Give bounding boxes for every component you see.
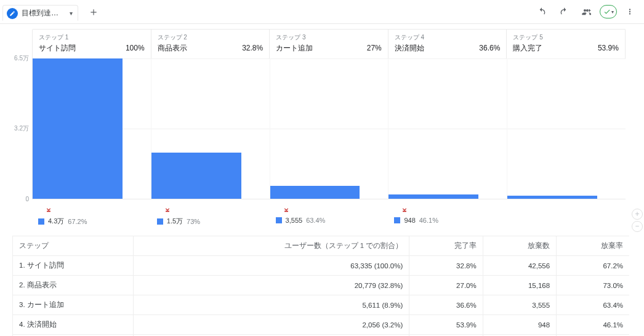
dropoff-count: 1.5万 (167, 217, 183, 226)
cell-completion: 32.8% (409, 256, 483, 276)
y-axis-tick: 0 (9, 196, 29, 202)
redo-button[interactable] (555, 4, 573, 19)
step-name: 商品表示 (158, 43, 187, 54)
dropoff-count: 4.3万 (48, 217, 64, 226)
cell-abandon-pct: 63.4% (557, 295, 629, 315)
y-axis-tick: 3.2万 (9, 124, 29, 133)
dropoff-pct: 67.2% (68, 218, 87, 225)
share-button[interactable] (578, 4, 595, 19)
series-color-swatch (394, 217, 400, 223)
cell-abandon-cnt: 3,555 (483, 295, 556, 315)
cell-users: 5,611 (8.9%) (134, 295, 409, 315)
step-conversion-pct: 36.6% (479, 44, 500, 52)
funnel-dropoff-cell: 4.3万67.2% (32, 199, 151, 233)
cell-users: 63,335 (100.0%) (134, 256, 409, 276)
col-users[interactable]: ユーザー数（ステップ 1 での割合） (134, 236, 409, 256)
dropoff-arrow-icon (400, 203, 409, 214)
funnel-step-header[interactable]: ステップ 2商品表示32.8% (151, 30, 270, 58)
step-conversion-pct: 27% (367, 44, 382, 52)
step-number: ステップ 5 (513, 33, 619, 42)
funnel-step-header[interactable]: ステップ 4決済開始36.6% (388, 30, 507, 58)
funnel-bar[interactable] (151, 153, 241, 199)
undo-button[interactable] (533, 4, 550, 19)
step-conversion-pct: 32.8% (242, 44, 263, 52)
more-menu-button[interactable] (622, 5, 638, 18)
funnel-steps-header: ステップ 1サイト訪問100%ステップ 2商品表示32.8%ステップ 3カート追… (32, 29, 626, 58)
series-color-swatch (157, 218, 163, 225)
edit-icon (7, 8, 18, 19)
funnel-dropoff-cell: 3,55563.4% (270, 199, 388, 233)
funnel-bar[interactable] (33, 58, 123, 199)
dropoff-arrow-icon (282, 203, 291, 214)
funnel-dropoff-row: 4.3万67.2%1.5万73%3,55563.4%94846.1% (32, 199, 626, 233)
funnel-bar-cell (270, 58, 389, 199)
cell-completion: 36.6% (409, 295, 483, 315)
funnel-dropoff-cell (507, 199, 626, 233)
status-ok-button[interactable]: ▾ (600, 5, 617, 18)
step-name: 決済開始 (395, 43, 424, 54)
report-tab-label: 目標到達プロ… (22, 8, 65, 18)
funnel-bar[interactable] (270, 186, 360, 199)
table-header-row: ステップ ユーザー数（ステップ 1 での割合） 完了率 放棄数 放棄率 (13, 236, 630, 256)
dropoff-pct: 73% (187, 218, 200, 225)
step-conversion-pct: 100% (126, 44, 145, 52)
col-step[interactable]: ステップ (13, 236, 134, 256)
series-color-swatch (38, 218, 44, 225)
table-row[interactable]: 4. 決済開始2,056 (3.2%)53.9%94846.1% (13, 315, 630, 335)
cell-step: 2. 商品表示 (13, 276, 134, 295)
funnel-dropoff-cell: 1.5万73% (151, 199, 270, 233)
cell-users: 2,056 (3.2%) (134, 315, 409, 335)
step-name: サイト訪問 (39, 43, 76, 54)
step-name: カート追加 (276, 43, 313, 54)
cell-completion: 53.9% (409, 315, 483, 335)
table-row[interactable]: 1. サイト訪問63,335 (100.0%)32.8%42,55667.2% (13, 256, 630, 276)
funnel-plot: 6.5万 3.2万 0 (32, 58, 626, 199)
zoom-in-button[interactable]: ＋ (632, 209, 643, 220)
step-number: ステップ 3 (276, 33, 382, 42)
cell-abandon-pct: 67.2% (557, 256, 629, 276)
cell-step: 3. カート追加 (13, 295, 134, 315)
step-number: ステップ 1 (39, 33, 145, 42)
dropoff-arrow-icon (44, 203, 53, 214)
step-number: ステップ 4 (395, 33, 501, 42)
funnel-step-header[interactable]: ステップ 3カート追加27% (270, 30, 388, 58)
zoom-out-button[interactable]: － (632, 221, 643, 232)
cell-abandon-cnt: 948 (483, 315, 556, 335)
funnel-bar[interactable] (507, 196, 597, 199)
step-number: ステップ 2 (158, 33, 264, 42)
dropoff-arrow-icon (163, 203, 172, 214)
cell-step: 4. 決済開始 (13, 315, 134, 335)
y-axis-tick: 6.5万 (9, 54, 29, 63)
series-color-swatch (276, 217, 282, 223)
step-name: 購入完了 (513, 43, 542, 54)
funnel-step-header[interactable]: ステップ 1サイト訪問100% (33, 30, 151, 58)
cell-abandon-pct: 46.1% (557, 315, 629, 335)
table-row[interactable]: 3. カート追加5,611 (8.9%)36.6%3,55563.4% (13, 295, 630, 315)
cell-abandon-cnt: 42,556 (483, 256, 556, 276)
step-conversion-pct: 53.9% (598, 44, 619, 52)
cell-abandon-cnt: 15,168 (483, 276, 556, 295)
col-abandon-cnt[interactable]: 放棄数 (483, 236, 556, 256)
dropoff-count: 948 (404, 217, 415, 224)
funnel-bar[interactable] (388, 194, 478, 199)
report-tab[interactable]: 目標到達プロ… ▾ (2, 5, 78, 21)
funnel-data-table: ステップ ユーザー数（ステップ 1 での割合） 完了率 放棄数 放棄率 1. サ… (12, 236, 629, 336)
funnel-bar-cell (507, 58, 626, 199)
table-body: 1. サイト訪問63,335 (100.0%)32.8%42,55667.2%2… (13, 256, 630, 337)
col-abandon-pct[interactable]: 放棄率 (557, 236, 629, 256)
dropoff-pct: 46.1% (419, 217, 438, 224)
table-row[interactable]: 2. 商品表示20,779 (32.8%)27.0%15,16873.0% (13, 276, 630, 295)
cell-abandon-pct: 73.0% (557, 276, 629, 295)
funnel-bar-cell (33, 58, 151, 199)
cell-users: 20,779 (32.8%) (134, 276, 409, 295)
col-completion[interactable]: 完了率 (409, 236, 483, 256)
dropoff-pct: 63.4% (306, 217, 325, 224)
funnel-bar-cell (388, 58, 507, 199)
chevron-down-icon: ▾ (611, 9, 614, 15)
chevron-down-icon: ▾ (70, 10, 73, 17)
cell-step: 1. サイト訪問 (13, 256, 134, 276)
add-tab-button[interactable]: ＋ (83, 4, 104, 19)
funnel-step-header[interactable]: ステップ 5購入完了53.9% (507, 30, 625, 58)
funnel-chart: ステップ 1サイト訪問100%ステップ 2商品表示32.8%ステップ 3カート追… (0, 24, 644, 233)
zoom-controls: ＋ － (632, 209, 643, 232)
